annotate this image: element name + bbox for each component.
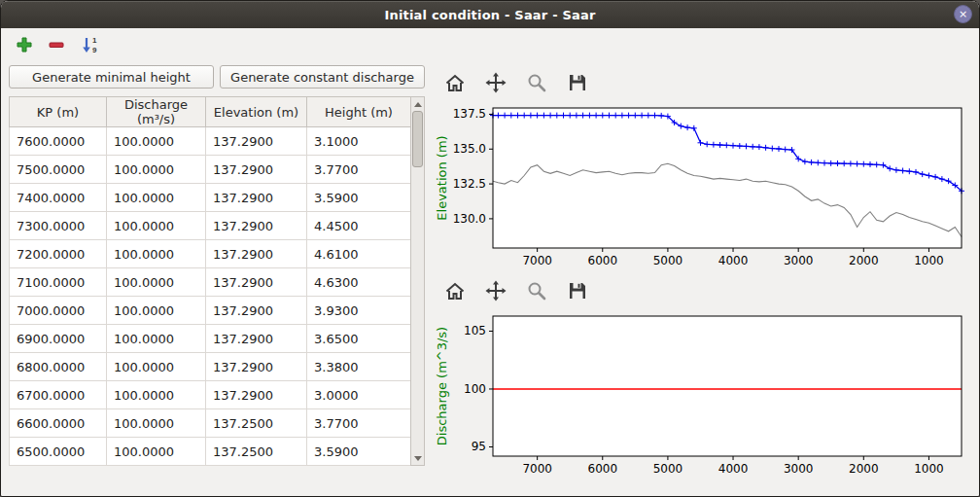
table-cell[interactable]: 100.0000 xyxy=(107,268,206,297)
elevation-zoom-button[interactable] xyxy=(524,70,549,95)
table-cell[interactable]: 7400.0000 xyxy=(10,184,107,212)
column-header[interactable]: KP (m) xyxy=(10,97,107,127)
table-row: 6600.0000100.0000137.25003.7700 xyxy=(10,409,411,438)
elevation-home-button[interactable] xyxy=(442,70,468,95)
scrollbar-thumb[interactable] xyxy=(412,111,423,167)
table-cell[interactable]: 6800.0000 xyxy=(10,353,107,381)
table-wrap: KP (m)Discharge (m³/s)Elevation (m)Heigh… xyxy=(9,96,425,466)
table-cell[interactable]: 6900.0000 xyxy=(10,325,107,353)
table-cell[interactable]: 3.5900 xyxy=(307,438,411,466)
table-cell[interactable]: 3.0000 xyxy=(307,381,411,409)
magnifier-icon xyxy=(526,72,547,93)
triangle-up-icon xyxy=(414,102,422,107)
table-cell[interactable]: 4.4500 xyxy=(307,212,411,240)
table-cell[interactable]: 3.9300 xyxy=(307,297,411,325)
table-cell[interactable]: 7600.0000 xyxy=(10,127,107,156)
content: Generate minimal height Generate constan… xyxy=(1,61,979,496)
column-header[interactable]: Elevation (m) xyxy=(206,97,307,127)
table-row: 6800.0000100.0000137.29003.3800 xyxy=(10,353,411,381)
table-cell[interactable]: 100.0000 xyxy=(107,381,206,409)
svg-text:4000: 4000 xyxy=(718,462,749,476)
table-cell[interactable]: 4.6100 xyxy=(307,240,411,268)
table-cell[interactable]: 3.7700 xyxy=(307,409,411,438)
svg-text:137.5: 137.5 xyxy=(453,107,486,121)
elevation-pan-button[interactable] xyxy=(483,70,508,95)
table-cell[interactable]: 7500.0000 xyxy=(10,156,107,184)
right-panel: 7000600050004000300020001000130.0132.513… xyxy=(433,65,971,481)
table-cell[interactable]: 137.2900 xyxy=(206,325,307,353)
table-cell[interactable]: 7300.0000 xyxy=(10,212,107,240)
svg-text:2000: 2000 xyxy=(849,462,879,476)
table-cell[interactable]: 100.0000 xyxy=(107,409,206,438)
sort-button[interactable]: 1 9 xyxy=(79,34,100,55)
svg-text:130.0: 130.0 xyxy=(453,212,486,226)
close-button[interactable]: × xyxy=(954,5,972,23)
table-cell[interactable]: 3.7700 xyxy=(307,156,411,184)
table-cell[interactable]: 100.0000 xyxy=(107,184,206,212)
table-cell[interactable]: 137.2900 xyxy=(206,212,307,240)
table-cell[interactable]: 7100.0000 xyxy=(10,268,107,297)
table-cell[interactable]: 137.2500 xyxy=(206,438,307,466)
table-cell[interactable]: 100.0000 xyxy=(107,353,206,381)
table-cell[interactable]: 6500.0000 xyxy=(10,438,107,466)
save-icon xyxy=(567,72,588,93)
titlebar[interactable]: Initial condition - Saar - Saar × xyxy=(1,1,979,28)
table-cell[interactable]: 100.0000 xyxy=(107,127,206,156)
table-cell[interactable]: 137.2900 xyxy=(206,156,307,184)
add-row-button[interactable] xyxy=(15,35,34,54)
table-cell[interactable]: 100.0000 xyxy=(107,325,206,353)
table-cell[interactable]: 100.0000 xyxy=(107,156,206,184)
table-cell[interactable]: 137.2900 xyxy=(206,240,307,268)
table-cell[interactable]: 6600.0000 xyxy=(10,409,107,438)
minus-icon xyxy=(48,36,65,53)
column-header[interactable]: Height (m) xyxy=(307,97,411,127)
remove-row-button[interactable] xyxy=(47,35,66,54)
elevation-plot-toolbar xyxy=(433,65,971,100)
table-cell[interactable]: 137.2900 xyxy=(206,268,307,297)
table-cell[interactable]: 137.2900 xyxy=(206,297,307,325)
discharge-zoom-button[interactable] xyxy=(524,278,549,303)
table-cell[interactable]: 3.6500 xyxy=(307,325,411,353)
table-row: 7400.0000100.0000137.29003.5900 xyxy=(10,184,411,212)
table-cell[interactable]: 137.2900 xyxy=(206,381,307,409)
elevation-plot[interactable]: 7000600050004000300020001000130.0132.513… xyxy=(433,100,971,273)
elevation-save-button[interactable] xyxy=(565,70,590,95)
svg-text:9: 9 xyxy=(92,46,97,54)
table-cell[interactable]: 137.2500 xyxy=(206,409,307,438)
svg-text:135.0: 135.0 xyxy=(453,142,486,156)
scroll-up-button[interactable] xyxy=(411,97,424,111)
generate-constant-discharge-button[interactable]: Generate constant discharge xyxy=(220,65,425,89)
svg-text:2000: 2000 xyxy=(849,254,879,267)
discharge-home-button[interactable] xyxy=(442,278,468,303)
table-cell[interactable]: 4.6300 xyxy=(307,268,411,297)
table-cell[interactable]: 100.0000 xyxy=(107,438,206,466)
home-icon xyxy=(444,280,466,302)
window-title: Initial condition - Saar - Saar xyxy=(384,8,595,22)
table-cell[interactable]: 137.2900 xyxy=(206,353,307,381)
scroll-down-button[interactable] xyxy=(411,451,424,465)
table-cell[interactable]: 7200.0000 xyxy=(10,240,107,268)
scrollbar-track[interactable] xyxy=(411,111,424,451)
magnifier-icon xyxy=(526,280,547,302)
table-cell[interactable]: 3.5900 xyxy=(307,184,411,212)
table-cell[interactable]: 7000.0000 xyxy=(10,297,107,325)
table-cell[interactable]: 100.0000 xyxy=(107,212,206,240)
table-cell[interactable]: 100.0000 xyxy=(107,297,206,325)
table-header-row: KP (m)Discharge (m³/s)Elevation (m)Heigh… xyxy=(10,97,411,127)
svg-text:3000: 3000 xyxy=(784,462,814,476)
table-cell[interactable]: 137.2900 xyxy=(206,127,307,156)
discharge-plot[interactable]: 700060005000400030002000100095100105Disc… xyxy=(433,308,971,481)
save-icon xyxy=(567,280,588,302)
table-cell[interactable]: 100.0000 xyxy=(107,240,206,268)
discharge-pan-button[interactable] xyxy=(483,278,508,303)
column-header[interactable]: Discharge (m³/s) xyxy=(107,97,206,127)
discharge-save-button[interactable] xyxy=(565,278,590,303)
table-cell[interactable]: 3.3800 xyxy=(307,353,411,381)
table-cell[interactable]: 3.1000 xyxy=(307,127,411,156)
table-cell[interactable]: 137.2900 xyxy=(206,184,307,212)
generate-minimal-height-button[interactable]: Generate minimal height xyxy=(9,65,214,89)
svg-text:105: 105 xyxy=(464,324,486,337)
table-scrollbar[interactable] xyxy=(410,96,425,466)
svg-text:7000: 7000 xyxy=(522,462,552,476)
table-cell[interactable]: 6700.0000 xyxy=(10,381,107,409)
